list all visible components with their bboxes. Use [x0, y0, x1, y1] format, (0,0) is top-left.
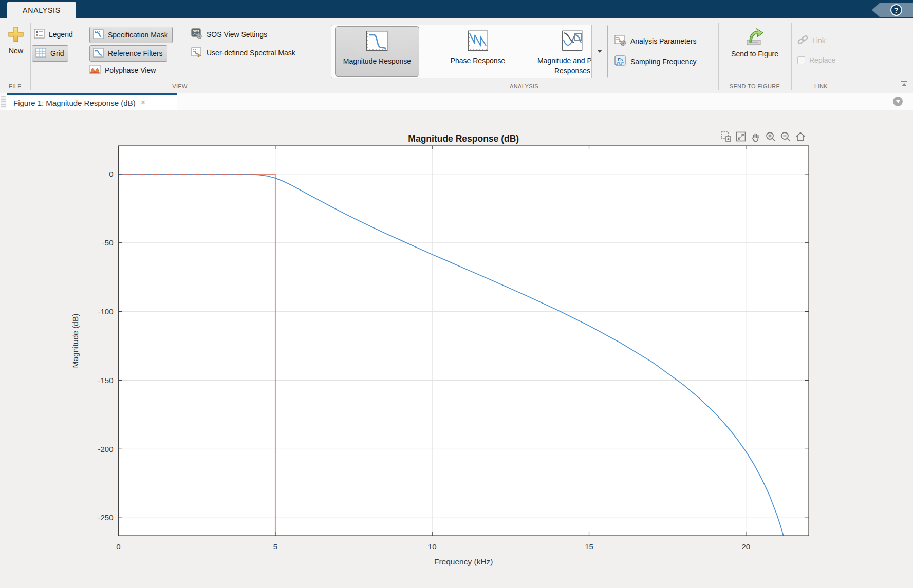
reference-filters-toggle[interactable]: Reference Filters — [89, 45, 167, 62]
help-button[interactable]: ? — [872, 3, 913, 17]
fvtool-window: ANALYSIS ? New — [0, 0, 913, 588]
y-tick-label: -250 — [98, 513, 113, 522]
specification-mask-toggle[interactable]: Specification Mask — [89, 27, 173, 43]
home-icon — [794, 130, 807, 143]
pan-icon — [750, 130, 762, 143]
analysis-parameters-label: Analysis Parameters — [630, 37, 696, 45]
user-defined-spectral-mask-button[interactable]: User-defined Spectral Mask — [191, 46, 295, 60]
new-button[interactable]: New — [5, 26, 27, 55]
specification-mask-label: Specification Mask — [108, 31, 168, 39]
sampling-frequency-button[interactable]: Fs Sampling Frequency — [614, 55, 696, 68]
figure-tab-bar: Figure 1: Magnitude Response (dB) × — [0, 93, 913, 110]
magnitude-response-icon — [366, 31, 388, 54]
close-icon[interactable]: × — [141, 99, 145, 107]
svg-text:SOS: SOS — [193, 30, 199, 33]
x-tick-label: 10 — [428, 542, 437, 551]
sos-view-settings-label: SOS View Settings — [207, 30, 267, 39]
chart-title: Magnitude Response (dB) — [408, 134, 519, 144]
export-plot-button[interactable] — [719, 130, 732, 143]
divider — [791, 23, 792, 90]
section-caption-view: VIEW — [123, 83, 236, 89]
section-caption-send-to-figure: SEND TO FIGURE — [718, 83, 791, 89]
grid-toggle[interactable]: Grid — [32, 45, 68, 62]
phase-response-icon — [467, 30, 489, 53]
export-plot-icon — [720, 130, 732, 143]
tabbar-grip-handle[interactable] — [1, 96, 6, 108]
grid-label: Grid — [50, 49, 64, 58]
analysis-gallery-dropdown-button[interactable] — [591, 25, 607, 78]
magnitude-response-plot: 051015200-50-100-150-200-250Frequency (k… — [0, 110, 913, 588]
maximize-axes-button[interactable] — [734, 130, 747, 143]
x-axis-label: Frequency (kHz) — [434, 557, 493, 566]
analysis-gallery: Magnitude Response Phase Response Magnit… — [331, 25, 608, 78]
figure-tab-title: Figure 1: Magnitude Response (dB) — [13, 99, 136, 107]
y-tick-label: 0 — [109, 169, 113, 178]
polyphase-view-label: Polyphase View — [105, 66, 156, 74]
restore-view-button[interactable] — [794, 130, 807, 143]
legend-button[interactable]: Legend — [34, 28, 73, 41]
analysis-parameters-icon — [614, 34, 626, 48]
ribbon: New FILE Legend Specification Mask SOS S… — [0, 18, 913, 93]
tab-analysis-label: ANALYSIS — [23, 6, 61, 14]
zoom-in-button[interactable] — [764, 130, 777, 143]
tabbar-menu-button[interactable] — [893, 97, 903, 106]
zoom-in-icon — [765, 130, 777, 143]
send-to-figure-label: Send to Figure — [731, 50, 778, 58]
help-icon: ? — [890, 4, 902, 16]
figure-tab[interactable]: Figure 1: Magnitude Response (dB) × — [7, 93, 177, 110]
chevron-down-icon — [896, 100, 900, 103]
legend-label: Legend — [49, 30, 73, 39]
section-caption-analysis: ANALYSIS — [478, 83, 570, 89]
new-icon — [7, 26, 25, 45]
phase-response-button[interactable]: Phase Response — [426, 26, 529, 77]
grid-icon — [35, 47, 46, 60]
replace-label: Replace — [809, 56, 835, 64]
sos-view-settings-icon: SOS — [191, 28, 202, 41]
divider — [718, 23, 719, 90]
y-tick-label: -200 — [98, 445, 113, 453]
x-tick-label: 0 — [116, 542, 120, 551]
phase-response-label: Phase Response — [451, 55, 506, 66]
divider — [328, 23, 328, 90]
x-tick-label: 15 — [585, 542, 593, 551]
maximize-axes-icon — [735, 130, 747, 143]
y-axis-label: Magnitude (dB) — [71, 314, 80, 368]
collapse-ribbon-button[interactable] — [900, 81, 908, 90]
svg-text:Fs: Fs — [618, 57, 623, 62]
legend-icon — [34, 28, 45, 41]
link-button[interactable]: Link — [797, 35, 826, 46]
sampling-frequency-label: Sampling Frequency — [630, 58, 696, 66]
sos-view-settings-button[interactable]: SOS SOS View Settings — [191, 28, 267, 41]
divider — [851, 23, 851, 90]
zoom-out-icon — [779, 130, 792, 143]
y-tick-label: -150 — [98, 376, 113, 385]
magnitude-response-button[interactable]: Magnitude Response — [335, 26, 419, 77]
y-tick-label: -50 — [102, 238, 114, 247]
link-icon — [797, 34, 808, 47]
figure-area: 051015200-50-100-150-200-250Frequency (k… — [0, 110, 913, 588]
toolstrip-header: ANALYSIS ? — [0, 0, 913, 18]
user-defined-spectral-mask-icon — [191, 47, 202, 60]
section-caption-file: FILE — [0, 83, 30, 89]
replace-checkbox-box — [797, 56, 805, 64]
zoom-out-button[interactable] — [779, 130, 792, 143]
link-label: Link — [812, 36, 826, 45]
chevron-down-icon — [597, 50, 602, 53]
reference-filters-icon — [93, 47, 104, 60]
section-caption-link: LINK — [791, 83, 851, 89]
polyphase-view-button[interactable]: Polyphase View — [89, 64, 156, 77]
pan-button[interactable] — [749, 130, 762, 143]
send-to-figure-button[interactable]: Send to Figure — [723, 27, 786, 58]
reference-filters-label: Reference Filters — [108, 49, 163, 58]
x-tick-label: 20 — [742, 542, 751, 551]
x-tick-label: 5 — [273, 542, 277, 551]
replace-checkbox[interactable]: Replace — [797, 54, 835, 66]
new-button-label: New — [9, 47, 23, 55]
polyphase-view-icon — [89, 64, 101, 77]
y-tick-label: -100 — [98, 307, 113, 316]
collapse-ribbon-icon — [900, 81, 908, 88]
plot-background — [119, 146, 809, 536]
specification-mask-icon — [93, 29, 104, 41]
tab-analysis[interactable]: ANALYSIS — [7, 2, 76, 18]
analysis-parameters-button[interactable]: Analysis Parameters — [614, 35, 696, 47]
